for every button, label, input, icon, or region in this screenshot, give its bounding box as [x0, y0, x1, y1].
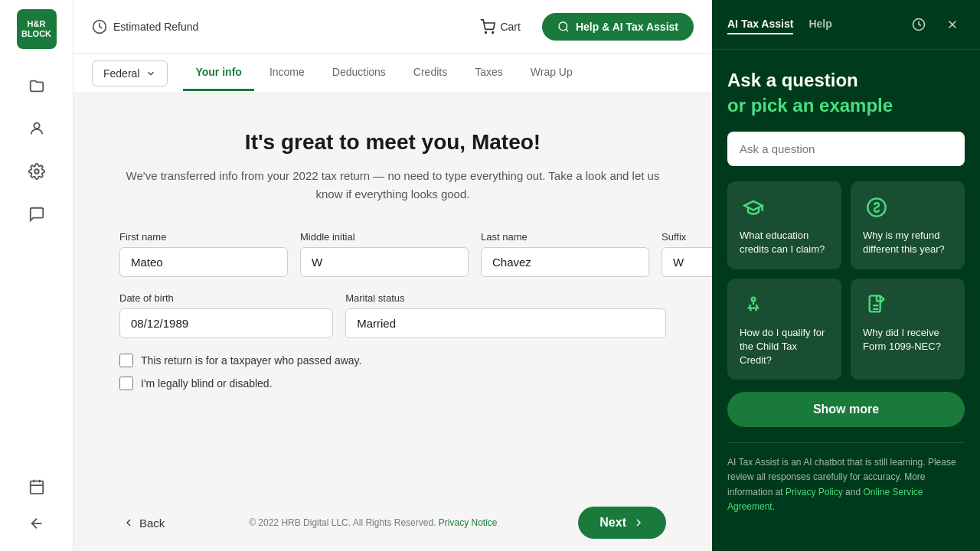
- privacy-notice-link[interactable]: Privacy Notice: [439, 517, 498, 528]
- tab-taxes[interactable]: Taxes: [462, 55, 515, 91]
- sidebar-item-collapse[interactable]: [18, 505, 55, 542]
- chevron-down-icon: [145, 68, 156, 79]
- dob-group: Date of birth: [119, 292, 333, 338]
- svg-point-10: [559, 22, 567, 31]
- card-child-text: How do I qualify for the Child Tax Credi…: [740, 326, 829, 368]
- logo[interactable]: H&R BLOCK: [17, 9, 57, 49]
- card-1099-text: Why did I receive Form 1099-NEC?: [863, 326, 952, 354]
- card-education-credits[interactable]: What education credits can I claim?: [727, 181, 841, 269]
- panel-tab-help[interactable]: Help: [808, 15, 831, 34]
- ask-subtitle: or pick an example: [727, 95, 965, 116]
- chevron-left-icon: [122, 517, 135, 529]
- graduation-cap-icon: [740, 194, 767, 221]
- passed-away-label: This return is for a taxpayer who passed…: [141, 354, 361, 367]
- svg-point-0: [34, 123, 39, 129]
- card-education-text: What education credits can I claim?: [740, 229, 829, 256]
- card-child-tax-credit[interactable]: How do I qualify for the Child Tax Credi…: [727, 279, 841, 380]
- estimated-refund: Estimated Refund: [92, 19, 198, 34]
- form-content: It's great to meet you, Mateo! We've tra…: [74, 93, 712, 497]
- first-name-label: First name: [119, 231, 288, 243]
- panel-history-button[interactable]: [906, 12, 931, 37]
- tab-income[interactable]: Income: [257, 55, 317, 91]
- card-form-1099[interactable]: Why did I receive Form 1099-NEC?: [851, 279, 965, 380]
- first-name-input[interactable]: [119, 247, 288, 277]
- panel-icons: [906, 12, 965, 37]
- sidebar: H&R BLOCK: [0, 0, 74, 551]
- tab-wrap-up[interactable]: Wrap Up: [518, 55, 585, 91]
- suffix-group: Suffix: [662, 231, 712, 277]
- last-name-label: Last name: [481, 231, 649, 243]
- suffix-label: Suffix: [662, 231, 712, 243]
- page-footer: Back © 2022 HRB Digital LLC. All Rights …: [74, 497, 712, 551]
- svg-point-1: [34, 169, 39, 174]
- show-more-button[interactable]: Show more: [727, 392, 965, 427]
- ask-question-input[interactable]: [727, 132, 965, 166]
- page-title: It's great to meet you, Mateo!: [119, 130, 666, 155]
- suffix-input[interactable]: [662, 247, 712, 277]
- svg-point-9: [492, 31, 494, 33]
- svg-point-16: [752, 297, 756, 301]
- sidebar-item-settings[interactable]: [18, 153, 55, 190]
- panel-tabs: AI Tax Assist Help: [727, 15, 832, 34]
- cart-icon: [480, 19, 495, 34]
- search-icon: [557, 21, 570, 33]
- privacy-policy-link[interactable]: Privacy Policy: [786, 487, 843, 497]
- federal-label: Federal: [103, 67, 139, 80]
- history-icon: [912, 18, 926, 31]
- blind-disabled-item: I'm legally blind or disabled.: [119, 377, 666, 390]
- child-icon: [740, 291, 767, 318]
- tab-your-info[interactable]: Your info: [183, 55, 253, 91]
- panel-close-button[interactable]: [940, 12, 965, 37]
- sidebar-item-calendar[interactable]: [18, 468, 55, 505]
- next-button[interactable]: Next: [578, 507, 666, 539]
- svg-rect-2: [30, 481, 43, 494]
- last-name-input[interactable]: [481, 247, 649, 277]
- blind-disabled-label: I'm legally blind or disabled.: [141, 377, 273, 390]
- panel-tab-ai[interactable]: AI Tax Assist: [727, 15, 793, 34]
- passed-away-item: This return is for a taxpayer who passed…: [119, 354, 666, 367]
- cart-label: Cart: [500, 21, 520, 33]
- refund-icon: [92, 19, 107, 34]
- example-cards: What education credits can I claim? Why …: [727, 181, 965, 380]
- sidebar-bottom: [18, 468, 55, 542]
- blind-disabled-checkbox[interactable]: [119, 377, 133, 390]
- checkbox-group: This return is for a taxpayer who passed…: [119, 354, 666, 390]
- document-icon: [863, 291, 890, 318]
- federal-select[interactable]: Federal: [92, 60, 168, 86]
- tab-credits[interactable]: Credits: [401, 55, 459, 91]
- close-icon: [946, 18, 959, 31]
- header: Estimated Refund Cart Help & AI Tax Assi…: [74, 0, 712, 54]
- logo-line1: H&R: [28, 19, 46, 29]
- page-subtitle: We've transferred info from your 2022 ta…: [119, 167, 666, 204]
- card-refund-text: Why is my refund different this year?: [863, 229, 952, 256]
- last-name-group: Last name: [481, 231, 649, 277]
- sidebar-item-profile[interactable]: [18, 110, 55, 147]
- dob-label: Date of birth: [119, 292, 333, 304]
- disclaimer: AI Tax Assist is an AI chatbot that is s…: [727, 455, 965, 527]
- right-panel: AI Tax Assist Help Ask a question or pic…: [712, 0, 980, 551]
- sidebar-item-files[interactable]: [18, 67, 55, 104]
- back-button[interactable]: Back: [119, 510, 168, 536]
- svg-point-8: [485, 31, 487, 33]
- card-refund-different[interactable]: Why is my refund different this year?: [851, 181, 965, 269]
- back-label: Back: [139, 517, 165, 530]
- help-ai-button[interactable]: Help & AI Tax Assist: [542, 13, 694, 41]
- middle-initial-label: Middle initial: [300, 231, 469, 243]
- marital-input[interactable]: [345, 308, 666, 338]
- sidebar-item-chat[interactable]: [18, 196, 55, 233]
- nav-tabs: Federal Your info Income Deductions Cred…: [74, 54, 712, 93]
- estimated-refund-label: Estimated Refund: [113, 21, 198, 33]
- marital-group: Marital status: [345, 292, 666, 338]
- first-name-group: First name: [119, 231, 288, 277]
- main-area: Estimated Refund Cart Help & AI Tax Assi…: [74, 0, 712, 551]
- cart-button[interactable]: Cart: [471, 13, 529, 41]
- tab-deductions[interactable]: Deductions: [320, 55, 398, 91]
- ask-title: Ask a question: [727, 68, 965, 92]
- help-btn-label: Help & AI Tax Assist: [576, 21, 678, 33]
- middle-initial-input[interactable]: [300, 247, 469, 277]
- dob-input[interactable]: [119, 308, 333, 338]
- dob-marital-row: Date of birth Marital status: [119, 292, 666, 338]
- middle-initial-group: Middle initial: [300, 231, 469, 277]
- svg-line-11: [566, 29, 568, 31]
- passed-away-checkbox[interactable]: [119, 354, 133, 367]
